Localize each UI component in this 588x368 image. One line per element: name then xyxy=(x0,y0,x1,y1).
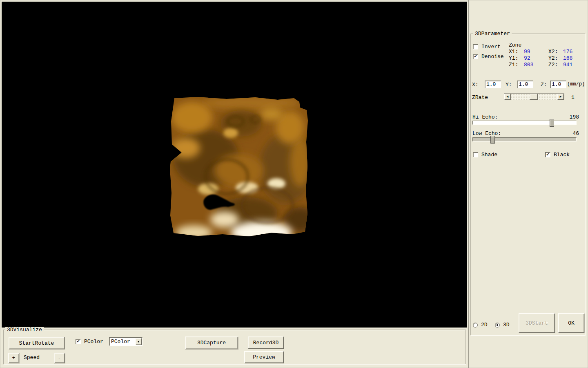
scale-unit-label: (mm/p) xyxy=(567,81,585,88)
zone-z2-value: 941 xyxy=(563,62,572,68)
zone-title: Zone xyxy=(509,42,521,48)
3dstart-button[interactable]: 3DStart xyxy=(519,313,555,333)
zrate-label: ZRate xyxy=(472,94,488,101)
black-checkbox-box: ✔ xyxy=(545,152,550,157)
pcolor-combobox-button[interactable]: ▼ xyxy=(135,338,142,345)
zone-x1-label: X1: xyxy=(509,49,518,55)
invert-checkbox[interactable]: ✔ Invert xyxy=(473,44,501,50)
scale-y-input[interactable] xyxy=(517,81,533,88)
pcolor-checkbox[interactable]: ✔ PColor xyxy=(76,339,103,345)
3dcapture-button[interactable]: 3DCapture xyxy=(185,337,238,349)
mode-3d-radio[interactable]: 3D xyxy=(495,322,510,328)
record3d-button[interactable]: Record3D xyxy=(248,337,284,349)
mode-2d-radio-circle xyxy=(473,323,478,328)
group-3dvisualize-title: 3DVisualize xyxy=(5,327,44,333)
speed-plus-button[interactable]: + xyxy=(8,353,19,363)
scroll-right-icon: ► xyxy=(560,95,562,99)
hi-echo-value: 198 xyxy=(570,114,579,120)
volume-render xyxy=(169,97,308,238)
zone-z1-value: 803 xyxy=(524,62,533,68)
zone-y1-label: Y1: xyxy=(509,55,518,61)
preview-button[interactable]: Preview xyxy=(244,351,284,363)
group-3dvisualize: 3DVisualize StartRotate ✔ PColor PColor … xyxy=(3,330,466,364)
volume-render-image xyxy=(169,97,308,238)
zone-x2-label: X2: xyxy=(548,49,558,55)
speed-label: Speed xyxy=(24,355,40,361)
scale-z-label: Z: xyxy=(541,82,547,88)
group-3dparameter-title: 3DParameter xyxy=(473,31,512,37)
zrate-value: 1 xyxy=(571,94,575,101)
speed-minus-button[interactable]: - xyxy=(54,353,65,363)
pcolor-checkbox-label: PColor xyxy=(84,339,103,345)
mode-3d-radio-circle xyxy=(495,323,500,328)
pcolor-combobox-value: PColor xyxy=(109,339,135,344)
panel-divider-highlight xyxy=(469,0,469,368)
ok-button[interactable]: OK xyxy=(558,313,584,333)
zone-z1-label: Z1: xyxy=(509,62,518,68)
low-echo-value: 46 xyxy=(572,130,579,137)
zone-y2-label: Y2: xyxy=(548,55,558,61)
check-icon: ✔ xyxy=(546,153,549,157)
zrate-scroll-left-button[interactable]: ◄ xyxy=(504,94,511,100)
scale-z-input[interactable] xyxy=(550,81,566,88)
scroll-left-icon: ◄ xyxy=(507,95,509,99)
low-echo-slider-track[interactable] xyxy=(472,137,577,141)
zrate-scroll-right-button[interactable]: ► xyxy=(557,94,564,100)
black-checkbox[interactable]: ✔ Black xyxy=(545,152,570,158)
pcolor-combobox[interactable]: PColor ▼ xyxy=(109,337,143,346)
render-viewport[interactable] xyxy=(2,2,467,328)
denoise-checkbox-box: ✔ xyxy=(473,54,478,59)
black-checkbox-label: Black xyxy=(554,152,570,158)
shade-checkbox-box: ✔ xyxy=(473,152,478,157)
zone-y1-value: 92 xyxy=(524,55,530,61)
start-rotate-button[interactable]: StartRotate xyxy=(9,337,65,349)
chevron-down-icon: ▼ xyxy=(138,340,139,343)
low-echo-label: Low Echo: xyxy=(472,130,501,137)
group-3dparameter: 3DParameter ✔ Invert ✔ Denoise Zone X1: … xyxy=(470,34,585,335)
invert-checkbox-label: Invert xyxy=(481,44,501,50)
hi-echo-slider-track[interactable] xyxy=(472,121,577,125)
zone-x2-value: 176 xyxy=(563,49,572,55)
zrate-scrollbar[interactable]: ◄ ► xyxy=(504,93,564,100)
mode-2d-radio[interactable]: 2D xyxy=(473,322,488,328)
zone-z2-label: Z2: xyxy=(548,62,558,68)
scale-x-input[interactable] xyxy=(485,81,501,88)
shade-checkbox-label: Shade xyxy=(481,152,497,158)
check-icon: ✔ xyxy=(77,339,80,344)
invert-checkbox-box: ✔ xyxy=(473,44,478,49)
mode-3d-radio-label: 3D xyxy=(503,322,510,328)
low-echo-slider-thumb[interactable] xyxy=(490,136,495,144)
denoise-checkbox-label: Denoise xyxy=(481,54,504,60)
denoise-checkbox[interactable]: ✔ Denoise xyxy=(473,54,504,60)
scale-x-label: X: xyxy=(472,82,479,88)
check-icon: ✔ xyxy=(474,54,477,59)
mode-2d-radio-label: 2D xyxy=(481,322,488,328)
pcolor-checkbox-box: ✔ xyxy=(76,339,81,344)
shade-checkbox[interactable]: ✔ Shade xyxy=(473,152,497,158)
scale-y-label: Y: xyxy=(506,82,512,88)
hi-echo-slider-thumb[interactable] xyxy=(550,119,554,127)
zrate-scrollbar-thumb[interactable] xyxy=(530,94,538,100)
zone-y2-value: 168 xyxy=(563,55,572,61)
hi-echo-label: Hi Echo: xyxy=(472,114,498,120)
zone-x1-value: 99 xyxy=(524,49,530,55)
